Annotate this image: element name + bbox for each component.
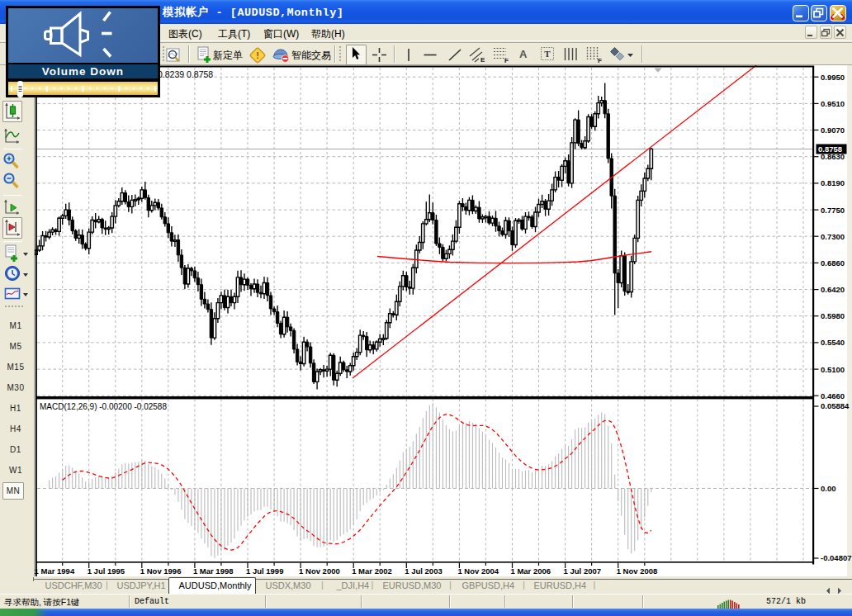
svg-text:F: F xyxy=(504,57,509,64)
svg-text:-0.04807: -0.04807 xyxy=(821,553,852,562)
svg-text:1 Mar 2002: 1 Mar 2002 xyxy=(352,566,392,576)
svg-text:E: E xyxy=(480,56,485,64)
svg-text:F: F xyxy=(598,57,602,64)
svg-text:1 Mar 1994: 1 Mar 1994 xyxy=(35,566,75,576)
svg-text:0.6420: 0.6420 xyxy=(821,285,845,294)
svg-text:0.9070: 0.9070 xyxy=(821,126,845,135)
svg-text:1 Jul 1995: 1 Jul 1995 xyxy=(88,566,125,576)
svg-text:0.8239 0.8758: 0.8239 0.8758 xyxy=(158,69,213,79)
svg-text:0.5980: 0.5980 xyxy=(821,311,845,320)
svg-text:1 Nov 1996: 1 Nov 1996 xyxy=(140,566,182,576)
svg-text:0.7750: 0.7750 xyxy=(821,206,845,215)
svg-text:0.4660: 0.4660 xyxy=(821,391,845,400)
svg-text:0.8190: 0.8190 xyxy=(821,178,845,187)
svg-text:1 Mar 2006: 1 Mar 2006 xyxy=(511,566,551,576)
svg-text:!: ! xyxy=(256,50,259,60)
svg-text:0.7300: 0.7300 xyxy=(821,232,845,241)
svg-text:T: T xyxy=(544,49,551,59)
svg-text:MACD(12,26,9) -0.00200 -0.0258: MACD(12,26,9) -0.00200 -0.02588 xyxy=(40,402,167,411)
svg-text:1 Jul 2003: 1 Jul 2003 xyxy=(405,566,442,576)
svg-text:1 Nov 2008: 1 Nov 2008 xyxy=(617,566,658,576)
svg-text:1 Mar 1998: 1 Mar 1998 xyxy=(193,566,234,576)
svg-text:0.05884: 0.05884 xyxy=(821,401,850,410)
svg-text:1 Jul 2007: 1 Jul 2007 xyxy=(564,566,601,576)
svg-text:0.9510: 0.9510 xyxy=(821,99,845,108)
svg-text:0.00: 0.00 xyxy=(821,484,836,493)
svg-text:1 Nov 2004: 1 Nov 2004 xyxy=(457,566,499,576)
svg-text:1 Jul 1999: 1 Jul 1999 xyxy=(246,566,283,576)
svg-text:0.5540: 0.5540 xyxy=(821,338,845,347)
svg-text:0.5100: 0.5100 xyxy=(821,365,845,374)
svg-text:0.9950: 0.9950 xyxy=(821,73,845,82)
svg-text:0.8758: 0.8758 xyxy=(818,145,842,154)
svg-text:1 Nov 2000: 1 Nov 2000 xyxy=(299,566,340,576)
svg-text:0.6860: 0.6860 xyxy=(821,258,845,268)
